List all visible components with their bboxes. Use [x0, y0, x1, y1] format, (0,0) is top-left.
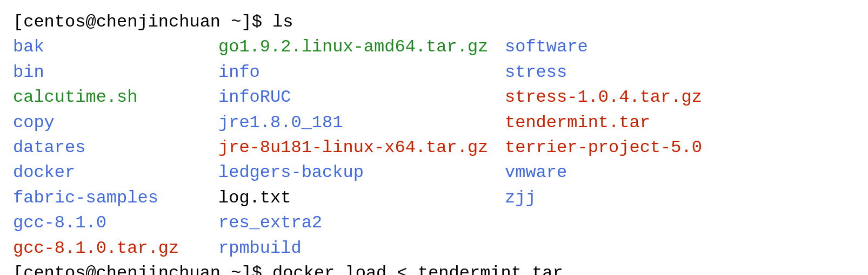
ls-item: jre-8u181-linux-x64.tar.gz [218, 135, 505, 160]
ls-item: bak [13, 35, 218, 60]
ls-item: copy [13, 110, 218, 135]
prompt-line-1: [centos@chenjinchuan ~]$ ls [13, 10, 855, 35]
prompt-line-2: [centos@chenjinchuan ~]$ docker load < t… [13, 261, 855, 275]
ls-item [505, 236, 855, 261]
ls-item: vmware [505, 160, 855, 185]
ls-item: gcc-8.1.0 [13, 211, 218, 235]
ls-item: datares [13, 135, 218, 160]
ls-item [505, 211, 855, 235]
ls-item: calcutime.sh [13, 85, 218, 110]
ls-item: gcc-8.1.0.tar.gz [13, 236, 218, 261]
ls-item: log.txt [218, 186, 505, 211]
ls-item: stress-1.0.4.tar.gz [505, 85, 855, 110]
ls-item: terrier-project-5.0 [505, 135, 855, 160]
ls-item: jre1.8.0_181 [218, 110, 505, 135]
ls-item: ledgers-backup [218, 160, 505, 185]
ls-item: software [505, 35, 855, 60]
ls-item: docker [13, 160, 218, 185]
ls-item: rpmbuild [218, 236, 505, 261]
ls-item: res_extra2 [218, 211, 505, 235]
ls-item: tendermint.tar [505, 110, 855, 135]
ls-item: infoRUC [218, 85, 505, 110]
terminal: [centos@chenjinchuan ~]$ ls bakgo1.9.2.l… [13, 10, 855, 275]
ls-item: stress [505, 60, 855, 85]
ls-item: info [218, 60, 505, 85]
ls-item: go1.9.2.linux-amd64.tar.gz [218, 35, 505, 60]
ls-output: bakgo1.9.2.linux-amd64.tar.gzsoftwarebin… [13, 35, 855, 261]
ls-item: bin [13, 60, 218, 85]
ls-item: zjj [505, 186, 855, 211]
ls-item: fabric-samples [13, 186, 218, 211]
